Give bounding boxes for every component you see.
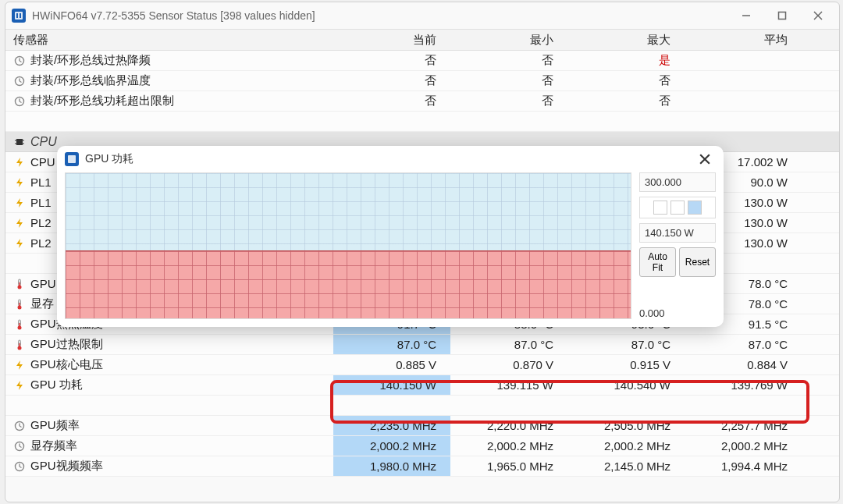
table-row[interactable]: GPU核心电压 0.885 V 0.870 V 0.915 V 0.884 V xyxy=(5,355,839,375)
row-label: GPU核心电压 xyxy=(30,357,103,372)
titlebar[interactable]: HWiNFO64 v7.72-5355 Sensor Status [398 v… xyxy=(5,2,839,29)
row-icon xyxy=(13,176,26,189)
row-icon xyxy=(13,460,26,473)
cell-min: 2,000.2 MHz xyxy=(450,439,567,453)
window-title: HWiNFO64 v7.72-5355 Sensor Status [398 v… xyxy=(32,9,315,22)
minimize-button[interactable] xyxy=(728,4,764,27)
svg-line-35 xyxy=(20,426,22,428)
cell-max: 2,145.0 MHz xyxy=(567,460,685,473)
row-label: 显存 xyxy=(30,296,54,311)
row-label: GPU xyxy=(30,277,56,290)
main-window: HWiNFO64 v7.72-5355 Sensor Status [398 v… xyxy=(5,2,840,502)
svg-line-15 xyxy=(20,101,22,103)
row-icon xyxy=(13,95,26,108)
cell-avg: 139.769 W xyxy=(685,378,802,392)
cell-min: 否 xyxy=(450,73,567,88)
row-icon xyxy=(13,75,26,87)
svg-rect-42 xyxy=(68,155,76,163)
maximize-button[interactable] xyxy=(764,4,800,27)
legend-swatch-active[interactable] xyxy=(688,201,702,215)
app-icon xyxy=(12,9,26,23)
cell-min: 否 xyxy=(450,53,567,68)
col-sensor[interactable]: 传感器 xyxy=(5,33,333,48)
cpu-section-label: CPU xyxy=(30,135,57,149)
popup-titlebar[interactable]: GPU 功耗 xyxy=(57,146,724,172)
reset-button[interactable]: Reset xyxy=(679,247,716,277)
row-label: GPU视频频率 xyxy=(30,459,103,474)
table-row[interactable]: 封装/环形总线过热降频否否是 xyxy=(5,51,839,71)
row-icon xyxy=(13,339,26,351)
table-row[interactable]: GPU视频频率1,980.0 MHz1,965.0 MHz2,145.0 MHz… xyxy=(5,456,839,477)
current-value: 140.150 W xyxy=(639,223,716,243)
app-icon xyxy=(65,152,79,166)
cell-current: 否 xyxy=(333,53,450,68)
graph-sidebar: 300.000 140.150 W Auto Fit Reset 0.000 xyxy=(639,172,716,319)
row-label: 封装/环形总线临界温度 xyxy=(30,73,151,88)
cell-max: 0.915 V xyxy=(567,358,685,371)
row-label: PL2 xyxy=(30,216,52,229)
cell-min: 2,220.0 MHz xyxy=(450,419,567,432)
close-button[interactable] xyxy=(800,4,836,27)
popup-close-button[interactable] xyxy=(694,148,716,170)
cell-min: 0.870 V xyxy=(450,358,567,371)
cell-current: 140.150 W xyxy=(333,375,450,395)
popup-title: GPU 功耗 xyxy=(85,152,133,166)
svg-rect-32 xyxy=(19,343,20,347)
autofit-button[interactable]: Auto Fit xyxy=(639,247,676,277)
cell-current: 2,000.2 MHz xyxy=(333,436,450,456)
table-row-gpu-power[interactable]: GPU 功耗 140.150 W 139.115 W 140.540 W 139… xyxy=(5,375,839,396)
svg-rect-1 xyxy=(16,13,18,18)
graph-popup[interactable]: GPU 功耗 300.000 140.150 W Auto Fit xyxy=(57,146,724,327)
cell-min: 否 xyxy=(450,94,567,108)
scale-max[interactable]: 300.000 xyxy=(639,172,716,192)
legend-swatch[interactable] xyxy=(670,201,685,215)
svg-rect-29 xyxy=(19,323,20,327)
cell-avg: 2,000.2 MHz xyxy=(685,439,802,453)
row-icon xyxy=(13,156,26,169)
legend xyxy=(639,197,716,218)
row-icon xyxy=(13,55,26,67)
table-row[interactable]: 封装/环形总线临界温度否否否 xyxy=(5,71,839,91)
table-row[interactable]: 封装/环形总线功耗超出限制否否否 xyxy=(5,91,839,112)
cell-max: 是 xyxy=(567,53,685,68)
graph-fill xyxy=(66,250,631,318)
col-current[interactable]: 当前 xyxy=(333,33,450,48)
cell-min: 139.115 W xyxy=(450,378,567,392)
cell-avg: 0.884 V xyxy=(685,358,802,371)
cell-current: 否 xyxy=(333,94,450,108)
graph-canvas[interactable] xyxy=(65,172,631,319)
table-header: 传感器 当前 最小 最大 平均 xyxy=(5,29,839,51)
col-max[interactable]: 最大 xyxy=(567,33,685,48)
row-icon xyxy=(13,217,26,229)
cell-current: 1,980.0 MHz xyxy=(333,456,450,476)
row-label: 封装/环形总线功耗超出限制 xyxy=(30,94,174,108)
svg-rect-16 xyxy=(16,139,23,145)
row-icon xyxy=(13,298,26,311)
table-row[interactable]: GPU过热限制87.0 °C87.0 °C87.0 °C87.0 °C xyxy=(5,335,839,355)
cell-current: 否 xyxy=(333,73,450,88)
svg-rect-23 xyxy=(19,282,20,286)
row-icon xyxy=(13,237,26,250)
legend-swatch[interactable] xyxy=(653,201,667,215)
col-avg[interactable]: 平均 xyxy=(685,33,802,48)
cell-current: 87.0 °C xyxy=(333,335,450,354)
row-label: CPU xyxy=(30,155,55,169)
table-row[interactable]: GPU频率2,235.0 MHz2,220.0 MHz2,505.0 MHz2,… xyxy=(5,416,839,436)
row-label: 封装/环形总线过热降频 xyxy=(30,53,151,68)
row-label: GPU 功耗 xyxy=(30,378,83,392)
spacer xyxy=(5,396,839,416)
cell-current: 0.885 V xyxy=(333,358,450,371)
bolt-icon xyxy=(13,359,26,371)
row-icon xyxy=(13,318,26,331)
row-icon xyxy=(13,278,26,290)
row-label: GPU过热限制 xyxy=(30,337,103,352)
row-label: PL1 xyxy=(30,176,52,189)
table-row[interactable]: 显存频率2,000.2 MHz2,000.2 MHz2,000.2 MHz2,0… xyxy=(5,436,839,456)
cell-min: 87.0 °C xyxy=(450,338,567,351)
col-min[interactable]: 最小 xyxy=(450,33,567,48)
spacer xyxy=(5,112,839,132)
cell-max: 2,505.0 MHz xyxy=(567,419,685,432)
cell-max: 2,000.2 MHz xyxy=(567,439,685,453)
row-label: 显存频率 xyxy=(30,438,77,453)
cell-min: 1,965.0 MHz xyxy=(450,460,567,473)
